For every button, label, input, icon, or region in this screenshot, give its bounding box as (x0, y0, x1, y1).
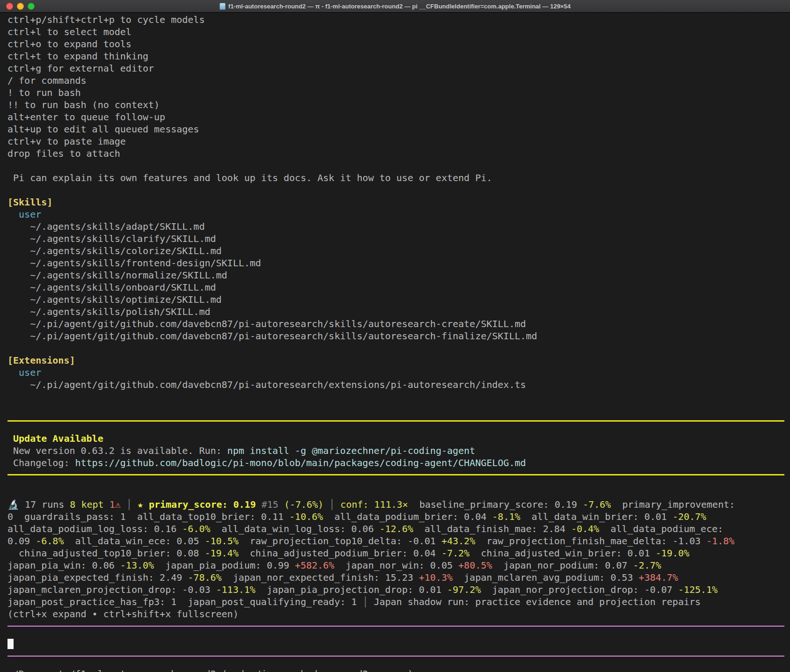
metrics-line: 🔬 17 runs 8 kept 1⚠ │ ★ primary_score: 0… (7, 498, 784, 511)
blank-line (7, 184, 784, 196)
blank-line (7, 486, 784, 498)
metrics-line: china_adjusted_top10_brier: 0.08 -19.4% … (7, 547, 784, 559)
traffic-lights (6, 0, 35, 12)
hint-line: ctrl+v to paste image (7, 135, 784, 147)
skill-path: ~/.agents/skills/colorize/SKILL.md (7, 245, 784, 257)
metrics-line: 0.09 -6.8% all_data_win_ece: 0.05 -10.5%… (7, 535, 784, 547)
skill-path: ~/.agents/skills/polish/SKILL.md (7, 306, 784, 318)
blank-line (7, 342, 784, 354)
hint-line: ctrl+l to select model (7, 26, 784, 38)
update-title: Update Available (7, 432, 784, 445)
update-divider-bottom (7, 474, 784, 486)
metrics-line: japan_mclaren_projection_drop: -0.03 -11… (7, 584, 784, 596)
hint-line: drop files to attach (7, 147, 784, 160)
blank-line (7, 391, 784, 403)
skills-scope: user (7, 208, 784, 220)
terminal-screen[interactable]: ctrl+p/shift+ctrl+p to cycle modelsctrl+… (0, 13, 790, 672)
cwd-line: ~/Documents/f1-ml-autoresearch-round2 (c… (7, 668, 784, 672)
terminal-doc-icon (219, 3, 226, 10)
extension-path: ~/.pi/agent/git/github.com/davebcn87/pi-… (7, 379, 784, 391)
hint-line: ctrl+o to expand tools (7, 38, 784, 50)
minimize-button[interactable] (17, 3, 24, 10)
yellow-divider-line (7, 420, 784, 422)
hint-line: ! to run bash (7, 87, 784, 99)
blank-line (7, 403, 784, 415)
zoom-button[interactable] (28, 3, 35, 10)
hint-line: ctrl+g for external editor (7, 62, 784, 74)
update-changelog-line: Changelog: https://github.com/badlogic/p… (7, 457, 784, 469)
metrics-line: japan_pia_win: 0.06 -13.0% japan_pia_pod… (7, 559, 784, 571)
yellow-divider-line (7, 474, 784, 475)
hint-line: alt+up to edit all queued messages (7, 123, 784, 135)
input-border-bottom (7, 656, 784, 668)
hint-line: !! to run bash (no context) (7, 99, 784, 111)
skill-path: ~/.agents/skills/clarify/SKILL.md (7, 233, 784, 245)
skill-path: ~/.agents/skills/frontend-design/SKILL.m… (7, 257, 784, 269)
skill-path: ~/.agents/skills/optimize/SKILL.md (7, 293, 784, 306)
input-border-top (7, 626, 784, 638)
pink-divider-line (7, 626, 784, 627)
text-cursor[interactable] (7, 639, 14, 649)
hint-line: alt+enter to queue follow-up (7, 111, 784, 123)
update-divider-top (7, 420, 784, 432)
metrics-line: 0 guardrails_pass: 1 all_data_top10_brie… (7, 511, 784, 523)
close-button[interactable] (6, 3, 13, 10)
metrics-expand-hint: (ctrl+x expand • ctrl+shift+x fullscreen… (7, 608, 784, 620)
skill-path: ~/.agents/skills/onboard/SKILL.md (7, 281, 784, 293)
skill-path: ~/.pi/agent/git/github.com/davebcn87/pi-… (7, 318, 784, 330)
metrics-line: japan_post_practice_has_fp3: 1 japan_pos… (7, 596, 784, 608)
hint-line: ctrl+t to expand thinking (7, 50, 784, 62)
skill-path: ~/.agents/skills/normalize/SKILL.md (7, 269, 784, 281)
hint-line: ctrl+p/shift+ctrl+p to cycle models (7, 14, 784, 26)
blank-line (7, 160, 784, 172)
skill-path: ~/.agents/skills/adapt/SKILL.md (7, 220, 784, 233)
input-line (7, 638, 784, 650)
title-bar: f1-ml-autoresearch-round2 — π - f1-ml-au… (0, 0, 790, 13)
hint-line: / for commands (7, 74, 784, 87)
intro-line: Pi can explain its own features and look… (7, 172, 784, 184)
skills-header: [Skills] (7, 196, 784, 208)
extensions-scope: user (7, 366, 784, 379)
skill-path: ~/.pi/agent/git/github.com/davebcn87/pi-… (7, 330, 784, 342)
metrics-line: all_data_podium_log_loss: 0.16 -6.0% all… (7, 523, 784, 535)
extensions-header: [Extensions] (7, 354, 784, 366)
window-title: f1-ml-autoresearch-round2 — π - f1-ml-au… (219, 3, 571, 10)
pink-divider-line (7, 656, 784, 657)
window-title-text: f1-ml-autoresearch-round2 — π - f1-ml-au… (228, 3, 571, 10)
update-version-line: New version 0.63.2 is available. Run: np… (7, 445, 784, 457)
metrics-line: japan_pia_expected_finish: 2.49 -78.6% j… (7, 571, 784, 584)
